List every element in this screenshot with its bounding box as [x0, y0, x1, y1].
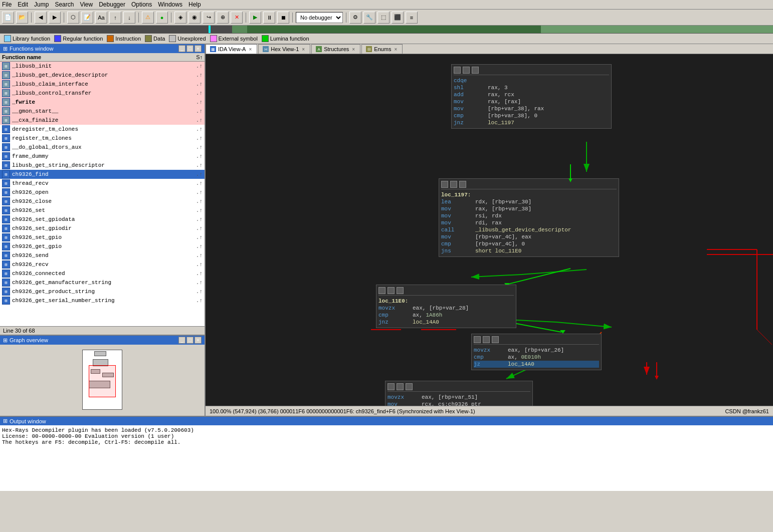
asm-block-3[interactable]: loc_11E0: movzxeax, [rbp+var_28] cmpax, … [376, 285, 516, 328]
func-item-__gmon_start__[interactable]: ⊞__gmon_start__.↑ [0, 107, 205, 116]
back-btn[interactable]: ◀ [35, 12, 47, 24]
tab-hex-view[interactable]: H Hex View-1 × [258, 44, 310, 54]
func-item-__cxa_finalize[interactable]: ⊞__cxa_finalize.↑ [0, 116, 205, 125]
ida-content[interactable]: cdqe shlrax, 3 addrax, rcx movrax, [rax]… [206, 54, 773, 406]
func-name: ch9326_find [12, 171, 196, 177]
bp2-btn[interactable]: ◉ [188, 12, 201, 24]
stop-btn[interactable]: ✕ [231, 12, 243, 24]
asm-line: movrsi, rdx [441, 212, 617, 219]
exp-btn[interactable]: ↓ [123, 12, 135, 24]
extra1-btn[interactable]: ⚙ [349, 12, 361, 24]
run-btn[interactable]: ● [156, 12, 168, 24]
stop2-btn[interactable]: ⏹ [277, 12, 289, 24]
func-item-__do_global_dtors_aux[interactable]: ⊞__do_global_dtors_aux.↑ [0, 143, 205, 152]
warn-btn[interactable]: ⚠ [142, 12, 154, 24]
extra4-btn[interactable]: ⬛ [392, 12, 404, 24]
tab-hex-close[interactable]: × [301, 47, 306, 52]
func-icon: ⊞ [2, 242, 10, 250]
func-suffix: .↑ [196, 289, 203, 295]
extra3-btn[interactable]: ⬚ [377, 12, 390, 24]
func-item-ch9326_get_manufacturer_string[interactable]: ⊞ch9326_get_manufacturer_string.↑ [0, 278, 205, 287]
asm-block-4[interactable]: movzxeax, [rbp+var_26] cmpax, 0E010h jzl… [471, 334, 602, 370]
tab-ida-close[interactable]: × [248, 47, 253, 52]
func-item-_libusb_init[interactable]: ⊞_libusb_init.↑ [0, 62, 205, 71]
graph-close-btn[interactable]: × [195, 337, 202, 344]
graph-canvas[interactable] [0, 345, 205, 416]
tab-struct-close[interactable]: × [351, 47, 356, 52]
func-item-libusb_get_string_descriptor[interactable]: ⊞libusb_get_string_descriptor.↑ [0, 161, 205, 170]
step-btn[interactable]: ↪ [203, 12, 215, 24]
func-item-ch9326_get_product_string[interactable]: ⊞ch9326_get_product_string.↑ [0, 287, 205, 296]
asm2-btn[interactable]: ⊕ [217, 12, 229, 24]
tab-enums-close[interactable]: × [393, 47, 398, 52]
func-item-_fwrite[interactable]: ⊞_fwrite.↑ [0, 98, 205, 107]
func-item-deregister_tm_clones[interactable]: ⊞deregister_tm_clones.↑ [0, 125, 205, 134]
open-btn[interactable]: 📂 [16, 12, 28, 24]
func-item-_libusb_get_device_descriptor[interactable]: ⊞_libusb_get_device_descriptor.↑ [0, 71, 205, 80]
func-item-ch9326_recv[interactable]: ⊞ch9326_recv.↑ [0, 260, 205, 269]
asm-block-2[interactable]: loc_1197: leardx, [rbp+var_30] movrax, [… [439, 178, 619, 257]
func-suffix: .↑ [196, 153, 203, 159]
asm-block-2-icon [441, 181, 448, 188]
deasm-btn[interactable]: 📝 [81, 12, 93, 24]
func-item-ch9326_send[interactable]: ⊞ch9326_send.↑ [0, 251, 205, 260]
hex-btn[interactable]: ⬡ [67, 12, 79, 24]
asm-mnem: cmp [454, 113, 484, 119]
func-header-suffix[interactable]: S↑ [196, 54, 203, 60]
pause-btn[interactable]: ⏸ [263, 12, 275, 24]
func-list[interactable]: ⊞_libusb_init.↑⊞_libusb_get_device_descr… [0, 62, 205, 326]
play-btn[interactable]: ▶ [249, 12, 261, 24]
extra2-btn[interactable]: 🔧 [363, 12, 375, 24]
menu-search[interactable]: Search [55, 1, 74, 8]
func-suffix: .↑ [196, 271, 203, 277]
menu-edit[interactable]: Edit [18, 1, 28, 8]
new-btn[interactable]: 📄 [2, 12, 14, 24]
func-item-_libusb_control_transfer[interactable]: ⊞_libusb_control_transfer.↑ [0, 89, 205, 98]
imp-btn[interactable]: ↑ [109, 12, 121, 24]
fwd-btn[interactable]: ▶ [49, 12, 61, 24]
func-item-ch9326_find[interactable]: ⊞ch9326_find.↑ [0, 170, 205, 179]
asm-op: eax, [rbp+var_51] [422, 394, 478, 400]
func-item-thread_recv[interactable]: ⊞thread_recv.↑ [0, 179, 205, 188]
menu-windows[interactable]: Windows [158, 1, 182, 8]
func-item-ch9326_open[interactable]: ⊞ch9326_open.↑ [0, 188, 205, 197]
func-item-ch9326_connected[interactable]: ⊞ch9326_connected.↑ [0, 269, 205, 278]
menu-file[interactable]: File [2, 1, 12, 8]
func-item-frame_dummy[interactable]: ⊞frame_dummy.↑ [0, 152, 205, 161]
asm-line: movrcx, cs:ch9326_ptr [388, 401, 530, 406]
func-item-ch9326_get_gpio[interactable]: ⊞ch9326_get_gpio.↑ [0, 242, 205, 251]
menu-view[interactable]: View [80, 1, 93, 8]
func-name: __cxa_finalize [12, 117, 196, 123]
tab-struct[interactable]: A Structures × [311, 44, 360, 54]
func-item-ch9326_close[interactable]: ⊞ch9326_close.↑ [0, 197, 205, 206]
menu-jump[interactable]: Jump [34, 1, 49, 8]
output-content[interactable]: Hex-Rays Decompiler plugin has been load… [0, 425, 773, 491]
func-item-ch9326_set_gpiodata[interactable]: ⊞ch9326_set_gpiodata.↑ [0, 215, 205, 224]
graph-minimize-btn[interactable]: _ [178, 337, 185, 344]
func-item-ch9326_set_gpiodir[interactable]: ⊞ch9326_set_gpiodir.↑ [0, 224, 205, 233]
bp-btn[interactable]: ◈ [174, 12, 186, 24]
str-btn[interactable]: Aa [95, 12, 107, 24]
func-item-ch9326_set[interactable]: ⊞ch9326_set.↑ [0, 206, 205, 215]
minimap-bar[interactable] [0, 26, 773, 34]
legend-external-label: External symbol [219, 36, 258, 42]
minimize-btn[interactable]: _ [178, 45, 185, 52]
tab-enums[interactable]: ⊟ Enums × [361, 44, 403, 54]
func-item-ch9326_set_gpio[interactable]: ⊞ch9326_set_gpio.↑ [0, 233, 205, 242]
menu-help[interactable]: Help [188, 1, 201, 8]
tab-ida-view[interactable]: ▦ IDA View-A × [206, 44, 257, 54]
func-item-_libusb_claim_interface[interactable]: ⊞_libusb_claim_interface.↑ [0, 80, 205, 89]
asm-block-5[interactable]: movzxeax, [rbp+var_51] movrcx, cs:ch9326… [385, 381, 533, 406]
debugger-select[interactable]: No debugger [296, 12, 343, 23]
func-item-register_tm_clones[interactable]: ⊞register_tm_clones.↑ [0, 134, 205, 143]
func-item-ch9326_get_serial_number_string[interactable]: ⊞ch9326_get_serial_number_string.↑ [0, 296, 205, 305]
menu-debugger[interactable]: Debugger [99, 1, 125, 8]
close-btn[interactable]: × [195, 45, 202, 52]
menu-options[interactable]: Options [131, 1, 152, 8]
extra5-btn[interactable]: ≡ [406, 12, 418, 24]
legend-library-color [4, 35, 11, 42]
restore-btn[interactable]: □ [186, 45, 194, 52]
graph-restore-btn[interactable]: □ [186, 337, 194, 344]
asm-line: addrax, rcx [454, 91, 609, 98]
asm-block-1[interactable]: cdqe shlrax, 3 addrax, rcx movrax, [rax]… [451, 64, 612, 129]
